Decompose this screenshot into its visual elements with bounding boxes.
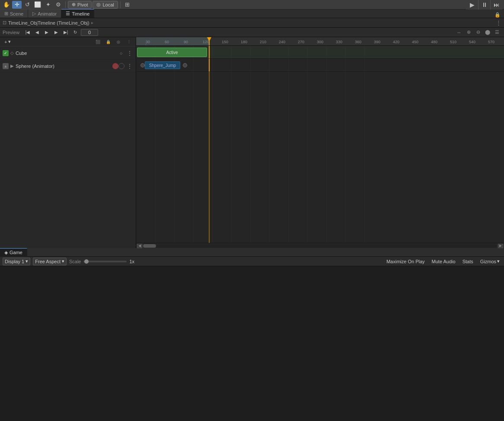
scene-icon: ⊞ [4, 11, 8, 16]
scrollbar-thumb[interactable] [143, 244, 156, 248]
game-tab[interactable]: ◈ Game [0, 248, 27, 257]
local-icon: ◎ [96, 2, 101, 7]
tracks-menu-btn[interactable]: ⋮ [124, 38, 133, 46]
time-input[interactable] [81, 29, 98, 36]
display-selector[interactable]: Display 1 ▾ [3, 258, 30, 265]
grid-7 [269, 46, 270, 243]
tab-animator[interactable]: ▷ Animator [28, 9, 61, 18]
clip-right-connector [183, 63, 187, 67]
ruler-mark-330: 330 [336, 40, 342, 44]
collapse-btn[interactable]: ⬛ [93, 38, 102, 46]
loop-btn[interactable]: ↻ [71, 29, 79, 36]
animator-icon: ▷ [32, 11, 36, 16]
duration-icon[interactable]: ↔ [455, 29, 463, 36]
local-selector[interactable]: ◎ Local [93, 1, 118, 9]
timeline-obj-label: TimeLine_ObjTimeline (TimeLine_Obj) [8, 20, 89, 26]
aspect-chevron: ▾ [62, 258, 64, 264]
ruler-mark-450: 450 [412, 40, 418, 44]
stats-btn[interactable]: Stats [461, 258, 475, 265]
more-tools-btn[interactable]: ⚙ [54, 1, 63, 9]
track-header-controls: ⬛ 🔒 ◎ ⋮ [93, 38, 133, 46]
grid-8 [288, 46, 289, 243]
zoom-out-icon[interactable]: ⊖ [474, 29, 482, 36]
cube-track-icon: ◇ [10, 51, 14, 55]
pivot-icon: ⊕ [72, 2, 76, 7]
ruler-mark-270: 270 [298, 40, 304, 44]
cube-menu-btn[interactable]: ⋮ [126, 50, 133, 57]
scrollbar-left[interactable]: ◀ [137, 244, 142, 248]
clips-area: Active Shpere_Jump [136, 46, 504, 243]
timeline-obj-icon: ⊡ [3, 20, 6, 26]
cube-lock-btn[interactable]: ○ [118, 50, 124, 57]
tab-lock[interactable]: 🔒 [491, 12, 504, 18]
main-playhead-line [209, 46, 210, 243]
pause-btn[interactable]: ⏸ [478, 0, 490, 10]
display-label: Display 1 [5, 259, 24, 264]
ruler-mark-300: 300 [317, 40, 323, 44]
scale-thumb[interactable] [84, 259, 89, 264]
scale-slider[interactable] [83, 261, 127, 262]
game-tab-label: Game [10, 250, 22, 255]
timeline-settings-btn[interactable]: ⋮ [496, 19, 501, 26]
play-btn[interactable]: ▶ [466, 0, 478, 10]
tab-timeline[interactable]: ☰ Timeline [61, 9, 94, 18]
grid-2 [174, 46, 175, 243]
move-tool-btn[interactable]: ✛ [12, 1, 22, 9]
cube-track-row: ✓ ◇ Cube ○ ⋮ [0, 47, 136, 60]
scale-label: Scale [69, 259, 81, 264]
zoom-in-icon[interactable]: ⊕ [464, 29, 473, 36]
ruler-mark-570: 570 [488, 40, 494, 44]
hand-tool-btn[interactable]: ✋ [2, 1, 11, 9]
play-controls: ▶ ⏸ ⏭ [466, 0, 502, 10]
ruler-mark-150: 150 [222, 40, 228, 44]
tab-scene[interactable]: ⊞ Scene [0, 9, 28, 18]
add-icon: + [4, 39, 7, 45]
display-chevron: ▾ [26, 258, 28, 264]
clip-left-connector [140, 63, 145, 67]
gizmos-dropdown[interactable]: Gizmos ▾ [478, 258, 501, 265]
sphere-clip-label: Shpere_Jump [149, 63, 176, 68]
scrollbar-track[interactable] [143, 244, 497, 248]
aspect-selector[interactable]: Free Aspect ▾ [33, 258, 67, 265]
next-frame-btn[interactable]: ▶ [52, 29, 60, 36]
active-clip[interactable]: Active [137, 48, 207, 57]
ruler-inner: 30 60 90 120 150 180 210 240 270 300 330… [136, 37, 504, 45]
grid-5 [231, 46, 232, 243]
fit-icon[interactable]: ⬤ [483, 29, 492, 36]
rect-btn[interactable]: ⬜ [33, 1, 42, 9]
custom-editor-btn[interactable]: ✦ [43, 1, 53, 9]
go-start-btn[interactable]: |◀ [24, 29, 32, 36]
pivot-selector[interactable]: ⊕ Pivot [68, 1, 92, 9]
add-track-btn[interactable]: + ▾ [3, 38, 13, 45]
snap-btn[interactable]: ⊞ [123, 1, 132, 9]
play-timeline-btn[interactable]: ▶ [43, 29, 51, 36]
mute-audio-btn[interactable]: Mute Audio [430, 258, 457, 265]
sphere-menu-btn[interactable]: ⋮ [126, 63, 133, 70]
sphere-track-check[interactable]: ▲ [3, 63, 9, 69]
scene-label: Scene [10, 11, 23, 16]
mute-all-btn[interactable]: ◎ [114, 38, 123, 46]
step-btn[interactable]: ⏭ [490, 0, 502, 10]
active-clip-label: Active [166, 50, 178, 55]
sphere-clip[interactable]: Shpere_Jump [145, 61, 180, 69]
top-toolbar: ✋ ✛ ↺ ⬜ ✦ ⚙ ⊕ Pivot ◎ Local ⊞ ▶ ⏸ ⏭ [0, 0, 504, 10]
scrollbar-right[interactable]: ▶ [498, 244, 503, 248]
ruler-mark-480: 480 [431, 40, 437, 44]
prev-frame-btn[interactable]: ◀ [33, 29, 41, 36]
timeline-label: Timeline [72, 11, 89, 16]
go-end-btn[interactable]: ▶| [62, 29, 70, 36]
cube-track-check[interactable]: ✓ [3, 50, 9, 56]
ruler-mark-210: 210 [260, 40, 266, 44]
more-preview-btn[interactable]: ☰ [493, 29, 501, 36]
pivot-label: Pivot [77, 2, 88, 7]
undo-btn[interactable]: ↺ [22, 1, 32, 9]
lock-all-btn[interactable]: 🔒 [104, 38, 112, 46]
selected-region [136, 37, 209, 45]
add-label: ▾ [8, 39, 11, 45]
timeline-header: ⊡ TimeLine_ObjTimeline (TimeLine_Obj) ▸ … [0, 18, 504, 28]
sphere-lock-btn[interactable] [118, 63, 124, 69]
sphere-record-btn[interactable] [112, 63, 118, 69]
cube-clip-row: Active [136, 46, 504, 59]
sphere-track-name: Sphere (Animator) [16, 64, 112, 69]
maximize-on-play-btn[interactable]: Maximize On Play [385, 258, 427, 265]
